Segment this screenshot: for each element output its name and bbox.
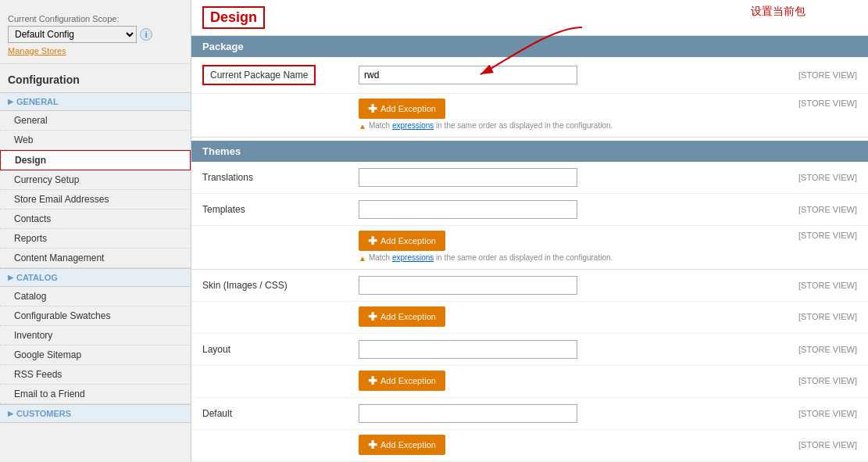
default-exception-row: ✚ Add Exception [STORE VIEW] [191, 430, 868, 462]
nav-item-design[interactable]: Design [0, 150, 191, 170]
plus-icon-5: ✚ [368, 439, 377, 451]
config-heading: Configuration [0, 64, 191, 92]
nav-item-content-mgmt[interactable]: Content Management [0, 249, 191, 268]
nav-item-contacts[interactable]: Contacts [0, 210, 191, 229]
templates-row: Templates [STORE VIEW] [191, 194, 868, 226]
nav-item-email-to-friend[interactable]: Email to a Friend [0, 385, 191, 404]
package-match-text: ▲ Match expressions in the same order as… [359, 121, 788, 131]
package-exception-row: ✚ Add Exception ▲ Match expressions in t… [191, 94, 868, 138]
skin-store-view: [STORE VIEW] [798, 281, 857, 290]
nav-section-general[interactable]: GENERAL [0, 92, 191, 111]
scope-select[interactable]: Default Config [8, 26, 137, 43]
sidebar-top: Current Configuration Scope: Default Con… [0, 8, 191, 64]
default-row: Default [STORE VIEW] [191, 398, 868, 430]
skin-input-area [359, 276, 788, 295]
layout-add-exception-button[interactable]: ✚ Add Exception [359, 371, 445, 391]
layout-label: Layout [202, 344, 359, 355]
templates-input[interactable] [359, 200, 577, 219]
layout-row: Layout [STORE VIEW] [191, 334, 868, 366]
translations-input-area [359, 168, 788, 187]
design-title: Design [202, 6, 265, 29]
skin-exception-area: ✚ Add Exception [359, 306, 788, 327]
layout-add-exception-label: Add Exception [380, 376, 436, 385]
default-add-exception-label: Add Exception [380, 440, 436, 449]
nav-item-currency[interactable]: Currency Setup [0, 170, 191, 190]
package-add-exception-label: Add Exception [380, 104, 436, 113]
skin-add-exception-label: Add Exception [380, 312, 436, 321]
default-input[interactable] [359, 404, 577, 423]
info-icon[interactable]: i [140, 28, 152, 41]
templates-add-exception-button[interactable]: ✚ Add Exception [359, 231, 445, 251]
templates-exception-row: ✚ Add Exception ▲ Match expressions in t… [191, 226, 868, 270]
translations-store-view: [STORE VIEW] [798, 173, 857, 182]
translations-row: Translations [STORE VIEW] [191, 162, 868, 194]
layout-exception-store-view: [STORE VIEW] [798, 376, 857, 385]
nav-item-web[interactable]: Web [0, 131, 191, 150]
templates-label: Templates [202, 204, 359, 215]
expressions-link-2[interactable]: expressions [392, 253, 434, 262]
plus-icon-4: ✚ [368, 374, 377, 387]
translations-input[interactable] [359, 168, 577, 187]
nav-item-reports[interactable]: Reports [0, 229, 191, 249]
package-exception-area: ✚ Add Exception ▲ Match expressions in t… [359, 98, 788, 131]
plus-icon-2: ✚ [368, 235, 377, 247]
default-exception-store-view: [STORE VIEW] [798, 440, 857, 449]
templates-exception-store-view: [STORE VIEW] [798, 231, 857, 240]
annotation-text: 设置当前包 [751, 5, 805, 19]
sidebar: Current Configuration Scope: Default Con… [0, 0, 191, 462]
layout-input-area [359, 340, 788, 359]
plus-icon: ✚ [368, 102, 377, 115]
templates-input-area [359, 200, 788, 219]
main-content: Design 设置当前包 Package Current Package Nam… [191, 0, 868, 462]
package-exception-store-view: [STORE VIEW] [798, 98, 857, 108]
templates-store-view: [STORE VIEW] [798, 205, 857, 214]
skin-exception-row: ✚ Add Exception [STORE VIEW] [191, 302, 868, 334]
package-name-input[interactable] [359, 66, 577, 84]
nav-section-customers[interactable]: CUSTOMERS [0, 404, 191, 423]
package-name-store-view: [STORE VIEW] [798, 70, 857, 80]
default-store-view: [STORE VIEW] [798, 409, 857, 418]
nav-item-catalog[interactable]: Catalog [0, 287, 191, 306]
nav-item-configurable-swatches[interactable]: Configurable Swatches [0, 306, 191, 326]
layout-store-view: [STORE VIEW] [798, 345, 857, 354]
layout-input[interactable] [359, 340, 577, 359]
default-exception-area: ✚ Add Exception [359, 435, 788, 455]
package-section-bar: Package [191, 36, 868, 57]
default-add-exception-button[interactable]: ✚ Add Exception [359, 435, 445, 455]
package-name-label-wrapper: Current Package Name [202, 65, 359, 85]
skin-input[interactable] [359, 276, 577, 295]
skin-label: Skin (Images / CSS) [202, 280, 359, 291]
package-name-row: Current Package Name [STORE VIEW] [191, 57, 868, 94]
templates-match-text: ▲ Match expressions in the same order as… [359, 253, 788, 263]
package-name-label: Current Package Name [202, 65, 316, 85]
layout-exception-row: ✚ Add Exception [STORE VIEW] [191, 366, 868, 398]
templates-exception-area: ✚ Add Exception ▲ Match expressions in t… [359, 231, 788, 263]
design-header: Design 设置当前包 [191, 0, 868, 36]
nav-item-rss-feeds[interactable]: RSS Feeds [0, 365, 191, 385]
package-add-exception-button[interactable]: ✚ Add Exception [359, 98, 445, 119]
default-input-area [359, 404, 788, 423]
scope-select-row: Default Config i [8, 26, 183, 43]
nav-item-google-sitemap[interactable]: Google Sitemap [0, 346, 191, 365]
nav-section-catalog[interactable]: CATALOG [0, 268, 191, 287]
translations-label: Translations [202, 172, 359, 183]
nav-item-store-email[interactable]: Store Email Addresses [0, 190, 191, 210]
package-name-input-area [359, 66, 788, 84]
skin-add-exception-button[interactable]: ✚ Add Exception [359, 306, 445, 327]
plus-icon-3: ✚ [368, 310, 377, 323]
nav-item-general[interactable]: General [0, 111, 191, 131]
layout-exception-area: ✚ Add Exception [359, 371, 788, 391]
scope-label: Current Configuration Scope: [8, 14, 183, 23]
expressions-link[interactable]: expressions [392, 121, 434, 130]
themes-section-bar: Themes [191, 141, 868, 162]
manage-stores-link[interactable]: Manage Stores [8, 46, 183, 56]
skin-row: Skin (Images / CSS) [STORE VIEW] [191, 270, 868, 302]
templates-add-exception-label: Add Exception [380, 236, 436, 245]
nav-item-inventory[interactable]: Inventory [0, 326, 191, 346]
default-label: Default [202, 408, 359, 419]
skin-exception-store-view: [STORE VIEW] [798, 312, 857, 321]
